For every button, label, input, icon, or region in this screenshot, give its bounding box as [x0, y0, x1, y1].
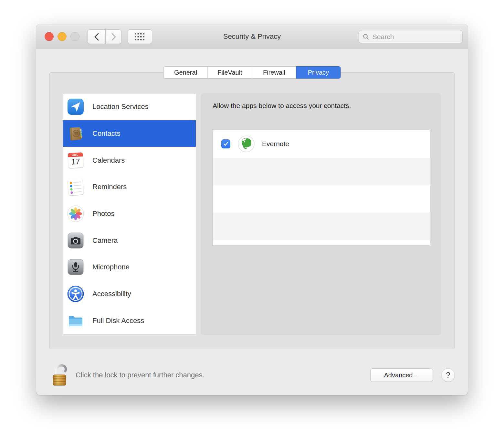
sidebar-item-microphone[interactable]: Microphone — [63, 254, 196, 281]
search-magnifier-icon — [363, 33, 369, 40]
contacts-apps-panel: Allow the apps below to access your cont… — [201, 93, 441, 335]
window-title: Security & Privacy — [223, 32, 281, 41]
search-input[interactable] — [373, 33, 458, 41]
tab-privacy[interactable]: Privacy — [296, 66, 341, 79]
tab-firewall[interactable]: Firewall — [252, 66, 297, 79]
sidebar-item-label: Reminders — [92, 183, 127, 191]
sidebar-item-label: Photos — [92, 210, 115, 218]
search-field[interactable] — [359, 30, 463, 43]
titlebar[interactable]: Security & Privacy — [36, 24, 468, 49]
sidebar-item-calendars[interactable]: JUL 17 Calendars — [63, 147, 196, 174]
evernote-checkbox[interactable] — [221, 139, 230, 148]
advanced-button[interactable]: Advanced… — [370, 368, 433, 382]
photos-pinwheel-icon — [67, 205, 84, 222]
security-privacy-window: Security & Privacy General FileVault Fir… — [36, 24, 468, 395]
forward-button — [106, 29, 121, 44]
sidebar-item-camera[interactable]: Camera — [63, 227, 196, 254]
calendar-day: 17 — [68, 157, 83, 167]
sidebar-item-accessibility[interactable]: Accessibility — [63, 281, 196, 308]
calendar-month: JUL — [68, 152, 83, 157]
calendar-icon: JUL 17 — [67, 152, 84, 169]
sidebar-item-contacts[interactable]: Contacts — [63, 120, 196, 147]
accessibility-icon — [67, 286, 84, 302]
back-button[interactable] — [87, 29, 106, 44]
location-arrow-icon — [67, 98, 84, 115]
forward-chevron-icon — [110, 33, 117, 41]
tab-filevault[interactable]: FileVault — [208, 66, 252, 79]
folder-icon — [67, 312, 84, 329]
evernote-elephant-icon — [238, 135, 255, 152]
contacts-book-icon — [67, 125, 84, 142]
app-list: Evernote — [212, 130, 430, 246]
app-name: Evernote — [262, 140, 289, 148]
sidebar-item-label: Full Disk Access — [92, 317, 144, 325]
app-row-evernote[interactable]: Evernote — [213, 130, 430, 158]
close-button[interactable] — [45, 32, 54, 41]
sidebar-item-reminders[interactable]: Reminders — [63, 174, 196, 200]
app-list-empty-row — [213, 185, 430, 213]
sidebar-item-label: Contacts — [92, 129, 121, 138]
lock-message: Click the lock to prevent further change… — [76, 370, 205, 380]
tab-general[interactable]: General — [163, 66, 208, 79]
unlocked-padlock-icon[interactable] — [52, 362, 68, 386]
minimize-button[interactable] — [58, 32, 67, 41]
show-all-button[interactable] — [128, 29, 152, 44]
sidebar-item-label: Calendars — [92, 156, 125, 165]
back-chevron-icon — [93, 33, 100, 41]
app-list-empty-row — [213, 240, 430, 245]
help-button[interactable]: ? — [441, 368, 455, 382]
sidebar-item-location-services[interactable]: Location Services — [63, 93, 196, 120]
sidebar-item-label: Camera — [92, 236, 118, 245]
checkmark-icon — [223, 141, 229, 147]
panel-header-text: Allow the apps below to access your cont… — [213, 102, 351, 110]
privacy-category-list: Location Services — [63, 93, 196, 334]
app-list-empty-row — [213, 212, 430, 240]
sidebar-item-label: Location Services — [92, 103, 149, 111]
sidebar-item-label: Microphone — [92, 263, 130, 271]
app-list-empty-row — [213, 158, 430, 185]
camera-icon — [67, 232, 84, 249]
microphone-icon — [67, 259, 84, 276]
privacy-tab-content: Location Services — [49, 72, 455, 349]
show-all-grid-icon — [135, 33, 145, 41]
zoom-button — [70, 32, 79, 41]
tab-bar: General FileVault Firewall Privacy — [163, 66, 341, 79]
reminders-list-icon — [67, 178, 84, 195]
sidebar-item-full-disk-access[interactable]: Full Disk Access — [63, 307, 196, 334]
sidebar-item-label: Accessibility — [92, 290, 131, 298]
sidebar-item-photos[interactable]: Photos — [63, 200, 196, 227]
